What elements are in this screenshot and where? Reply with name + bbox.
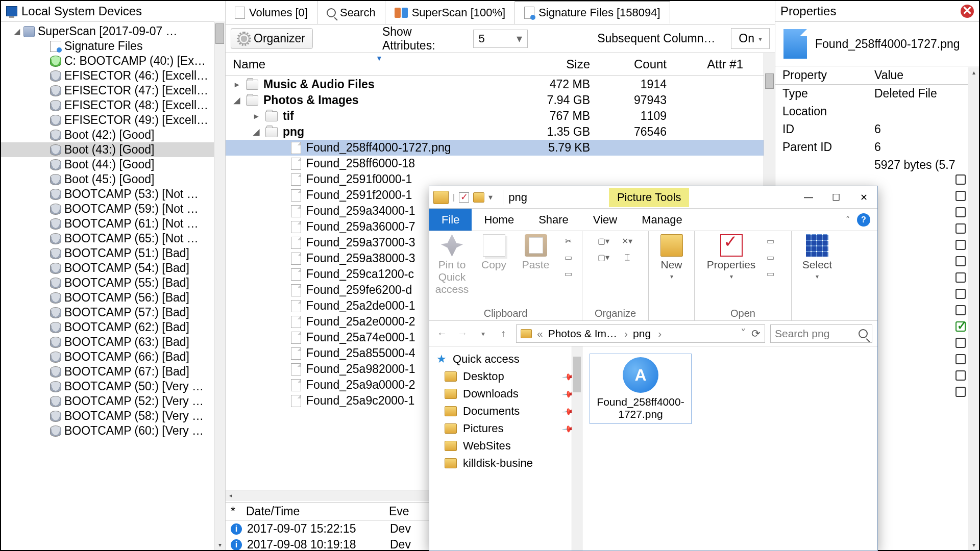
- nav-documents[interactable]: Documents📌: [429, 403, 582, 420]
- tree-item[interactable]: BOOTCAMP (55:) [Bad]: [1, 276, 225, 290]
- tree-item[interactable]: BOOTCAMP (50:) [Very …: [1, 379, 225, 394]
- chevron-down-icon[interactable]: ˅: [741, 328, 746, 340]
- attribute-checkbox[interactable]: [955, 272, 966, 283]
- help-icon[interactable]: ?: [857, 213, 870, 227]
- tree-item[interactable]: BOOTCAMP (58:) [Very …: [1, 409, 225, 423]
- tab-superscan[interactable]: SuperScan [100%]: [385, 1, 515, 24]
- refresh-button[interactable]: ⟳: [751, 328, 761, 340]
- attribute-checkbox[interactable]: [955, 387, 966, 397]
- table-row[interactable]: ▸tif767 MB1109: [226, 108, 764, 124]
- search-input[interactable]: Search png: [770, 324, 872, 343]
- tab-view[interactable]: View: [581, 209, 629, 231]
- paste-button[interactable]: Paste: [518, 234, 554, 271]
- move-to-button[interactable]: ▢▾: [595, 234, 612, 247]
- maximize-button[interactable]: ☐: [822, 186, 850, 209]
- tree-scrollbar[interactable]: ▴ ▾: [214, 21, 225, 550]
- tab-search[interactable]: Search: [317, 1, 385, 24]
- explorer-content[interactable]: A Found_258ff4000-1727.png: [582, 346, 877, 550]
- nav-downloads[interactable]: Downloads📌: [429, 385, 582, 403]
- collapse-ribbon-icon[interactable]: ˄: [846, 215, 850, 224]
- table-row[interactable]: ▸Music & Audio Files472 MB1914: [226, 77, 764, 92]
- history-button[interactable]: ▭: [762, 267, 779, 280]
- attribute-checkbox[interactable]: [955, 321, 966, 332]
- table-row[interactable]: Found_258ff4000-1727.png5.79 KB: [226, 140, 764, 156]
- nav-up-button[interactable]: ↑: [496, 326, 511, 341]
- tab-volumes[interactable]: Volumes [0]: [226, 1, 317, 24]
- tree-item[interactable]: EFISECTOR (46:) [Excell…: [1, 68, 225, 83]
- attribute-checkbox[interactable]: [955, 370, 966, 381]
- expand-icon[interactable]: ▸: [233, 80, 241, 89]
- tree-item[interactable]: BOOTCAMP (61:) [Not …: [1, 216, 225, 231]
- tree-item[interactable]: BOOTCAMP (54:) [Bad]: [1, 261, 225, 276]
- rename-button[interactable]: ⌶: [619, 251, 636, 264]
- properties-button[interactable]: Properties▾: [707, 234, 756, 280]
- attribute-checkbox[interactable]: [955, 223, 966, 234]
- open-button[interactable]: ▭: [762, 234, 779, 247]
- scroll-down-icon[interactable]: ▾: [214, 540, 225, 550]
- attributes-spinner[interactable]: 5: [473, 30, 528, 48]
- file-thumbnail[interactable]: A Found_258ff4000-1727.png: [590, 354, 692, 424]
- qat-dropdown-icon[interactable]: ▾: [488, 192, 494, 202]
- attribute-checkbox[interactable]: [955, 191, 966, 201]
- nav-scrollbar[interactable]: [572, 346, 582, 550]
- attribute-checkbox[interactable]: [955, 256, 966, 266]
- tree-item[interactable]: BOOTCAMP (65:) [Not …: [1, 231, 225, 246]
- attribute-checkbox[interactable]: [955, 338, 966, 348]
- tree-item[interactable]: BOOTCAMP (67:) [Bad]: [1, 364, 225, 379]
- nav-back-button[interactable]: ←: [434, 326, 450, 341]
- organizer-button[interactable]: Organizer: [231, 28, 313, 49]
- table-row[interactable]: ◢Photos & Images7.94 GB97943: [226, 92, 764, 108]
- expand-icon[interactable]: ◢: [13, 27, 20, 36]
- nav-quick-access[interactable]: ★Quick access: [429, 350, 582, 368]
- tree-item[interactable]: BOOTCAMP (66:) [Bad]: [1, 349, 225, 364]
- expand-icon[interactable]: ▸: [252, 111, 260, 121]
- attribute-checkbox[interactable]: [955, 305, 966, 315]
- tree-item[interactable]: BOOTCAMP (59:) [Not …: [1, 202, 225, 216]
- copy-button[interactable]: Copy: [476, 234, 512, 271]
- tree-item[interactable]: BOOTCAMP (51:) [Bad]: [1, 246, 225, 261]
- tree-item[interactable]: Boot (45:) [Good]: [1, 172, 225, 187]
- tree-item[interactable]: EFISECTOR (49:) [Excell…: [1, 113, 225, 128]
- subsequent-toggle[interactable]: On: [731, 28, 770, 49]
- scroll-down-icon[interactable]: ▾: [968, 540, 979, 550]
- tab-manage[interactable]: Manage: [629, 209, 695, 231]
- tree-root[interactable]: ◢ SuperScan [2017-09-07 …: [1, 24, 225, 39]
- tree-item[interactable]: BOOTCAMP (57:) [Bad]: [1, 305, 225, 320]
- nav-killdisk[interactable]: killdisk-busine: [429, 455, 582, 472]
- attribute-checkbox[interactable]: [955, 174, 966, 185]
- tree-item[interactable]: Boot (43:) [Good]: [1, 142, 225, 157]
- close-properties-button[interactable]: ✕: [961, 5, 974, 18]
- nav-pictures[interactable]: Pictures📌: [429, 420, 582, 437]
- tree-item-signature[interactable]: Signature Files: [1, 39, 225, 54]
- tree-item[interactable]: BOOTCAMP (62:) [Bad]: [1, 320, 225, 335]
- address-bar[interactable]: « Photos & Im… png ˅ ⟳: [516, 324, 765, 343]
- pin-to-quick-access-button[interactable]: Pin to Quick access: [434, 234, 470, 295]
- tree-item[interactable]: BOOTCAMP (60:) [Very …: [1, 423, 225, 438]
- attribute-checkbox[interactable]: [955, 240, 966, 250]
- tree-item[interactable]: BOOTCAMP (56:) [Bad]: [1, 290, 225, 305]
- copy-path-button[interactable]: ▭: [560, 251, 577, 264]
- nav-desktop[interactable]: Desktop📌: [429, 368, 582, 385]
- tree-item[interactable]: BOOTCAMP (53:) [Not …: [1, 187, 225, 202]
- table-row[interactable]: ◢png1.35 GB76546: [226, 124, 764, 140]
- scroll-left-icon[interactable]: ◂: [226, 490, 236, 501]
- attribute-checkbox[interactable]: [955, 207, 966, 217]
- tree-item[interactable]: BOOTCAMP (63:) [Bad]: [1, 335, 225, 349]
- nav-history-dropdown[interactable]: ▾: [475, 326, 491, 341]
- table-row[interactable]: Found_258ff6000-18: [226, 156, 764, 171]
- breadcrumb[interactable]: Photos & Im…: [548, 328, 628, 340]
- attribute-checkbox[interactable]: [955, 354, 966, 364]
- properties-scrollbar[interactable]: ▴ ▾: [968, 67, 979, 550]
- paste-shortcut-button[interactable]: ▭: [560, 267, 577, 280]
- tree-item[interactable]: EFISECTOR (47:) [Excell…: [1, 83, 225, 98]
- edit-button[interactable]: ▭: [762, 251, 779, 264]
- tree-item[interactable]: Boot (42:) [Good]: [1, 128, 225, 142]
- breadcrumb[interactable]: png: [633, 328, 662, 340]
- tab-signature-files[interactable]: Signature Files [158094]: [515, 1, 670, 24]
- scroll-thumb[interactable]: [573, 357, 581, 392]
- file-table-header[interactable]: Name▼ Size Count Attr #1: [226, 53, 775, 76]
- scroll-thumb[interactable]: [215, 23, 224, 44]
- table-row[interactable]: Found_2591f0000-1: [226, 171, 764, 187]
- attribute-checkbox[interactable]: [955, 289, 966, 299]
- scroll-up-icon[interactable]: ▴: [968, 67, 979, 78]
